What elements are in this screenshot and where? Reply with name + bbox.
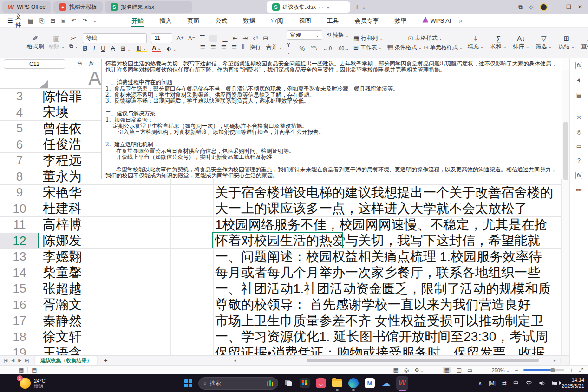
wps-app-button[interactable]: W (396, 377, 408, 389)
thousands-icon[interactable]: ⁰⁰⁰٫ (311, 46, 317, 51)
zoom-slider-handle[interactable] (550, 368, 555, 372)
prev-sheet-icon[interactable]: ◀ (11, 358, 14, 363)
fill-color-button[interactable]: ◧ ⌄ (136, 45, 146, 52)
ribbon-tab-公式[interactable]: 公式 (207, 14, 235, 28)
taskbar-search[interactable]: ⌕ 搜索 (198, 377, 278, 390)
distributed-icon[interactable]: ⦀ (242, 43, 245, 51)
ribbon-tab-会员专享[interactable]: 会员专享 (346, 14, 386, 28)
cursor-icon[interactable]: ➤ (575, 77, 583, 84)
rows-cols-button[interactable]: 行和列 ⌄ (361, 34, 383, 42)
cell-empty[interactable] (171, 233, 214, 249)
row-number[interactable]: 17 (0, 313, 39, 329)
cell-name[interactable]: 高梓博 (39, 217, 171, 233)
cell-suggestion-text[interactable]: 大一上的课应该多一点，这样进入大学就不会太放松了 (214, 201, 561, 217)
find-button[interactable]: ⌕查找 ⌄ (581, 35, 588, 51)
cell-suggestion-text[interactable]: 关于宿舍楼增设电梯的建议我想提出一个关于改善宿舍楼的 (214, 185, 561, 201)
row-number[interactable]: 3 (0, 89, 39, 105)
zoom-level[interactable]: 250% ⌄ (491, 367, 509, 373)
bold-button[interactable]: B (83, 45, 87, 52)
cell-empty[interactable] (171, 249, 214, 265)
cell-empty[interactable] (171, 185, 214, 201)
doc-tab-jianyi-active[interactable]: S 建议收集.xlsx ▭● (267, 1, 350, 13)
select-all-corner[interactable] (39, 80, 48, 88)
align-center-icon[interactable]: ☰ (210, 44, 216, 51)
wrap-text-button[interactable]: 换行 (250, 43, 261, 51)
cell-name[interactable]: 张超越 (39, 281, 171, 297)
row-number[interactable]: 8 (0, 169, 39, 185)
last-sheet-icon[interactable]: ▶| (25, 358, 28, 363)
horizontal-scrollbar-thumb[interactable] (307, 359, 539, 362)
cell-suggestion-text[interactable]: 尊敬的校领导： 首先感谢学校一直以来为我们营造良好 (214, 297, 561, 313)
battery-icon[interactable] (552, 381, 561, 385)
align-right-icon[interactable]: ☰ (221, 44, 227, 51)
export-icon[interactable]: ⎘ (39, 17, 44, 25)
increase-decimal-icon[interactable]: ←.0 (323, 46, 332, 51)
save-icon[interactable]: ▤ (28, 17, 33, 24)
align-left-icon[interactable]: ☰ (200, 44, 205, 51)
minimize-button[interactable]: — (554, 4, 560, 10)
paste-button[interactable]: ▣ 粘贴 ⌄ (48, 35, 65, 51)
ribbon-tab-效率[interactable]: 效率 (386, 14, 414, 28)
row-number[interactable]: 10 (0, 201, 39, 217)
row-number[interactable]: 16 (0, 297, 39, 313)
ribbon-tab-工具[interactable]: 工具 (319, 14, 346, 28)
undo-icon[interactable]: ↶ (71, 17, 76, 24)
add-sheet-button[interactable]: + (104, 357, 107, 364)
file-explorer-button[interactable] (331, 377, 343, 389)
row-number[interactable]: 14 (0, 265, 39, 281)
cell-name-box[interactable]: C12 ⌄ (4, 59, 65, 69)
row-number[interactable]: 15 (0, 281, 39, 297)
table-style-button[interactable]: 表格样式 ⌄ (415, 34, 442, 42)
cell-name[interactable]: 王语含 (39, 345, 171, 355)
cell-empty[interactable] (171, 281, 214, 297)
zoom-out-icon[interactable]: ⊖ (77, 60, 82, 67)
tray-settings-icon[interactable]: ⇄ (502, 380, 507, 386)
cell-empty[interactable] (171, 313, 214, 329)
app-tab-wps-office[interactable]: W WPS Office (2, 1, 51, 13)
cell-suggestion-text[interactable]: 市场上卫生巾质量参差不齐 女性权益受损可以推动制定卫 (214, 313, 561, 329)
normal-view-icon[interactable]: ▦ (443, 367, 451, 373)
wifi-icon[interactable] (525, 380, 532, 386)
cell-name[interactable]: 杜建科 (39, 201, 171, 217)
ribbon-tab-插入[interactable]: 插入 (151, 14, 179, 28)
cell-name[interactable]: 秦静然 (39, 313, 171, 329)
row-number[interactable]: 19 (0, 345, 39, 355)
redo-icon[interactable]: ↷ (82, 17, 87, 24)
zoom-slider[interactable] (523, 369, 564, 371)
cell-suggestion-text[interactable]: 一、学习资源优化1. 延长图书馆开放时间至23:30，考试周 (214, 329, 561, 345)
volume-icon[interactable] (539, 380, 546, 386)
align-middle-icon[interactable]: — (209, 35, 217, 42)
print-icon[interactable]: ⊟ (50, 17, 55, 24)
ribbon-tab-开始[interactable]: 开始 (124, 14, 151, 28)
ribbon-tab-页面[interactable]: 页面 (179, 14, 207, 28)
page-layout-view-icon[interactable]: ◫ (457, 367, 462, 373)
task-view-button[interactable] (282, 377, 294, 389)
cloud-app-button[interactable]: ☁ (380, 377, 392, 389)
file-menu-button[interactable]: ☰ 文件 (7, 13, 21, 29)
fill-button[interactable]: ⤓填充 ⌄ (468, 35, 484, 51)
font-color-button[interactable]: A ⌄ (152, 45, 161, 52)
cond-format-button[interactable]: ▦ 条件格式 ⌄ (387, 44, 422, 52)
row-number[interactable]: 4 (0, 105, 39, 121)
doc-tab-baoming[interactable]: S 报名结果.xlsx (105, 1, 192, 13)
number-format-select[interactable]: 常规⌄ (287, 30, 322, 40)
tab-list-caret-icon[interactable]: ⌄ (362, 5, 366, 10)
search-icon[interactable]: ⌕ (459, 17, 462, 25)
help-icon[interactable]: ? (577, 157, 581, 164)
cell-suggestion-text[interactable]: 怀着对校园生活的热爱与关切，我写下这封信，希望能就 (214, 233, 561, 249)
fullscreen-icon[interactable]: ⤢ (579, 367, 583, 373)
next-sheet-icon[interactable]: ▶ (18, 358, 21, 363)
vertical-scrollbar-thumb[interactable] (563, 122, 568, 180)
row-number[interactable]: 5 (0, 121, 39, 137)
first-sheet-icon[interactable]: |◀ (4, 358, 7, 363)
ime-indicator[interactable]: 中 (513, 379, 519, 387)
decrease-font-icon[interactable]: A⁻ (188, 35, 196, 42)
sum-button[interactable]: ∑求和 ⌄ (490, 35, 507, 51)
horizontal-scrollbar[interactable]: | ◂ ▸ | (229, 356, 564, 365)
cell-empty[interactable] (171, 217, 214, 233)
package-icon[interactable]: ◇ (529, 4, 533, 10)
maximize-button[interactable]: ❐ (566, 4, 571, 10)
outline-icon[interactable]: ▤ (32, 367, 37, 373)
currency-icon[interactable]: ¥ ⌄ (287, 41, 294, 55)
pan-mode-icon[interactable]: ✥ ⌄ (414, 367, 424, 373)
